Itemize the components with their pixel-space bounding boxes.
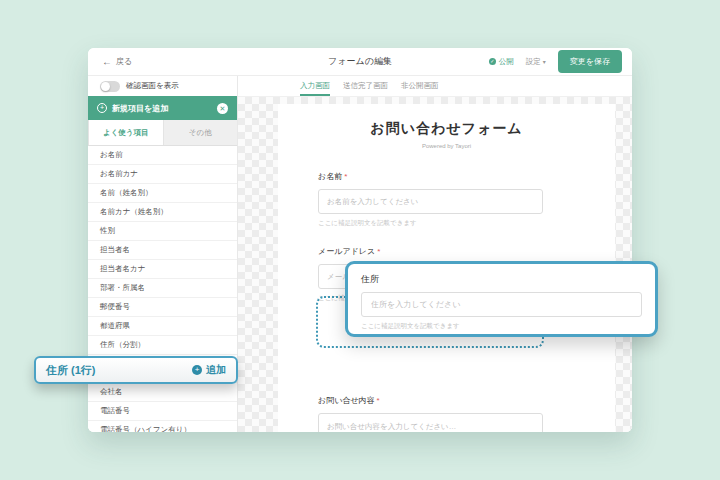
save-button[interactable]: 変更を保存 [558,50,622,73]
status-badge: ✓ 公開 [489,57,514,67]
status-label: 公開 [499,57,514,67]
toggle-knob [101,82,110,91]
form-title: お問い合わせフォーム [318,120,575,138]
sidebar-field-item[interactable]: 部署・所属名 [88,279,237,298]
editor-tab[interactable]: 入力画面 [300,76,330,96]
sidebar-field-item[interactable]: 担当者名 [88,241,237,260]
sidebar-field-item[interactable]: 名前（姓名別） [88,184,237,203]
field-label-text: お名前 [318,172,342,181]
field-block-name: お名前* ここに補足説明文を記載できます [318,171,575,228]
sidebar-tabs: よく使う項目その他 [88,120,237,146]
field-label: メールアドレス* [318,246,575,257]
chevron-down-icon: ▾ [543,58,546,65]
field-label: お問い合せ内容* [318,395,575,406]
sidebar-field-item[interactable]: お名前カナ [88,165,237,184]
settings-dropdown[interactable]: 設定 ▾ [526,57,546,67]
required-mark: * [344,172,347,181]
name-input[interactable] [318,189,543,214]
field-block-message: お問い合せ内容* [318,395,575,432]
top-bar: ← 戻る フォームの編集 ✓ 公開 設定 ▾ 変更を保存 [88,48,632,76]
editor-tab[interactable]: 非公開画面 [401,76,439,96]
sidebar-field-item[interactable]: 住所（分割） [88,336,237,355]
field-list-top: お名前お名前カナ名前（姓名別）名前カナ（姓名別）性別担当者名担当者名カナ部署・所… [88,146,237,355]
status-dot-icon: ✓ [489,58,496,65]
field-helper-text: ここに補足説明文を記載できます [318,219,575,228]
sidebar-field-item[interactable]: 都道府県 [88,317,237,336]
sidebar-field-item[interactable]: 性別 [88,222,237,241]
add-button[interactable]: + 追加 [192,363,226,377]
screenshot-stage: ← 戻る フォームの編集 ✓ 公開 設定 ▾ 変更を保存 確認画面を表示 [0,0,720,480]
sidebar-field-item[interactable]: お名前 [88,146,237,165]
field-label-text: メールアドレス [318,247,375,256]
field-list-bottom: 会社名電話番号電話番号（ハイフン有り） [88,383,237,432]
confirm-screen-toggle-row: 確認画面を表示 [88,76,237,96]
drag-card-label: 住所 [361,273,642,286]
address-field-drag-card[interactable]: 住所 ここに補足説明文を記載できます [345,261,658,337]
sidebar-tab[interactable]: よく使う項目 [88,120,163,145]
confirm-screen-toggle[interactable] [100,81,120,92]
plus-circle-icon: + [97,103,107,113]
drag-card-helper-text: ここに補足説明文を記載できます [361,322,642,331]
back-label: 戻る [116,56,132,67]
editor-canvas: 入力画面送信完了画面非公開画面 お問い合わせフォーム Powered by Ta… [238,76,632,432]
sidebar-field-item[interactable]: 会社名 [88,383,237,402]
plus-circle-icon: + [192,365,202,375]
sidebar-tab[interactable]: その他 [163,120,238,145]
close-icon[interactable]: ✕ [217,103,228,114]
add-field-panel-title: 新規項目を追加 [112,103,168,114]
top-bar-actions: ✓ 公開 設定 ▾ 変更を保存 [489,50,622,73]
back-arrow-icon: ← [102,56,112,67]
address-input[interactable] [361,292,642,317]
required-mark: * [377,396,380,405]
sidebar-field-item[interactable]: 電話番号（ハイフン有り） [88,421,237,432]
confirm-screen-toggle-label: 確認画面を表示 [126,81,179,91]
editor-tabs: 入力画面送信完了画面非公開画面 [238,76,632,97]
sidebar-field-item[interactable]: 電話番号 [88,402,237,421]
sidebar-field-item[interactable]: 名前カナ（姓名別） [88,203,237,222]
field-label: お名前* [318,171,575,182]
settings-dropdown-label: 設定 [526,57,541,67]
message-textarea[interactable] [318,413,543,432]
address-one-line-label: 住所 (1行) [46,363,96,378]
powered-by-label: Powered by Tayori [318,143,575,149]
sidebar-field-item[interactable]: 担当者名カナ [88,260,237,279]
editor-tab[interactable]: 送信完了画面 [343,76,388,96]
required-mark: * [377,247,380,256]
field-label-text: お問い合せ内容 [318,396,375,405]
add-button-label: 追加 [206,363,226,377]
add-field-panel-header: + 新規項目を追加 ✕ [88,96,237,120]
sidebar-field-item[interactable]: 郵便番号 [88,298,237,317]
back-button[interactable]: ← 戻る [102,56,132,67]
sidebar-item-address-one-line[interactable]: 住所 (1行) + 追加 [34,356,238,384]
